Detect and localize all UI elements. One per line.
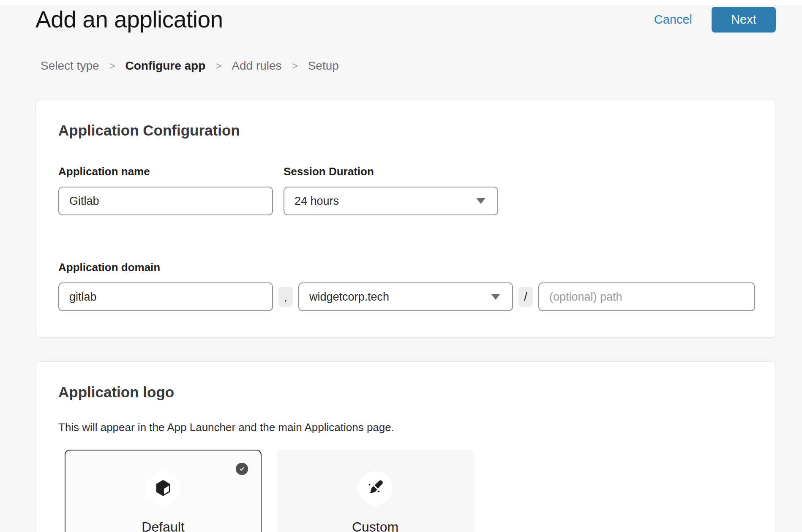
configuration-card-title: Application Configuration	[58, 122, 755, 139]
application-domain-label: Application domain	[58, 261, 755, 274]
domain-dot-separator: .	[278, 287, 293, 307]
breadcrumb-step-select-type[interactable]: Select type	[41, 59, 99, 73]
breadcrumb-separator: >	[216, 60, 221, 72]
logo-option-tiles: Default Custom	[65, 450, 755, 532]
page-title: Add an application	[35, 6, 223, 33]
application-domain-field-group: Application domain . widgetcorp.tech /	[58, 261, 755, 311]
application-name-field-group: Application name	[58, 165, 273, 215]
check-icon	[238, 465, 246, 472]
logo-option-label: Default	[142, 519, 184, 532]
page-header: Add an application Cancel Next	[35, 6, 776, 33]
application-logo-card: Application logo This will appear in the…	[35, 361, 776, 532]
cube-icon	[153, 478, 173, 498]
window-top-strip	[0, 0, 802, 5]
application-name-label: Application name	[58, 165, 273, 178]
breadcrumb-step-add-rules[interactable]: Add rules	[232, 59, 281, 73]
logo-option-default[interactable]: Default	[65, 450, 262, 532]
session-duration-select[interactable]: 24 hours	[284, 187, 498, 215]
paintbrush-icon	[366, 478, 385, 498]
breadcrumb-step-setup[interactable]: Setup	[308, 59, 339, 73]
default-logo-circle	[146, 471, 180, 505]
session-duration-value: 24 hours	[295, 195, 339, 208]
logo-option-label: Custom	[352, 519, 398, 532]
breadcrumb-separator: >	[109, 60, 115, 72]
add-application-page: Add an application Cancel Next Select ty…	[35, 6, 776, 532]
path-input[interactable]	[538, 282, 755, 311]
session-duration-label: Session Duration	[284, 165, 498, 178]
logo-card-title: Application logo	[58, 384, 755, 401]
selected-check-badge	[236, 463, 248, 475]
domain-slash-separator: /	[518, 287, 533, 307]
cancel-button[interactable]: Cancel	[654, 13, 692, 27]
breadcrumb-separator: >	[292, 60, 298, 72]
session-duration-field-group: Session Duration 24 hours	[284, 165, 498, 215]
logo-card-description: This will appear in the App Launcher and…	[58, 421, 755, 434]
breadcrumb-step-configure-app[interactable]: Configure app	[125, 59, 206, 73]
breadcrumb: Select type > Configure app > Add rules …	[41, 59, 776, 73]
domain-select-value: widgetcorp.tech	[309, 290, 389, 304]
next-button[interactable]: Next	[712, 7, 776, 33]
header-actions: Cancel Next	[654, 7, 776, 33]
application-name-input[interactable]	[58, 187, 273, 215]
chevron-down-icon	[476, 198, 486, 204]
logo-option-custom[interactable]: Custom	[277, 450, 474, 532]
chevron-down-icon	[491, 294, 500, 300]
application-configuration-card: Application Configuration Application na…	[35, 100, 776, 338]
custom-logo-circle	[358, 471, 393, 505]
domain-select[interactable]: widgetcorp.tech	[298, 282, 513, 311]
name-duration-row: Application name Session Duration 24 hou…	[58, 165, 755, 215]
subdomain-input[interactable]	[58, 282, 273, 311]
application-domain-row: . widgetcorp.tech /	[58, 282, 755, 311]
